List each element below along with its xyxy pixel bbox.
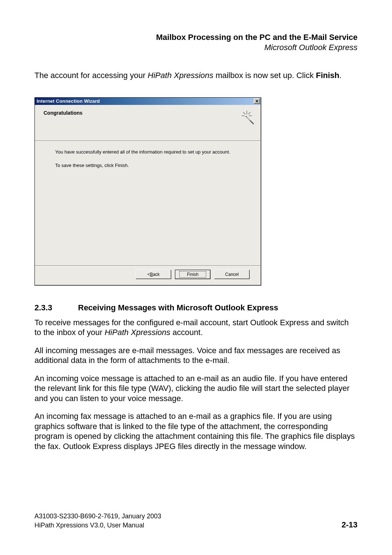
- section-heading: 2.3.3 Receiving Messages with Microsoft …: [34, 303, 358, 313]
- dialog-titlebar: Internet Connection Wizard ✕: [35, 98, 261, 105]
- svg-line-4: [248, 112, 250, 114]
- finish-button[interactable]: Finish: [175, 270, 211, 279]
- dialog-button-bar: < Back Finish Cancel: [35, 266, 261, 285]
- page-footer: A31003-S2330-B690-2-7619, January 2003 H…: [34, 512, 358, 530]
- section-para-2: All incoming messages are e-mail message…: [34, 346, 358, 366]
- dialog-body-line2: To save these settings, click Finish.: [55, 163, 252, 168]
- internet-connection-wizard-dialog: Internet Connection Wizard ✕ Congratulat…: [34, 97, 261, 286]
- svg-line-3: [243, 112, 245, 114]
- lead-italic: HiPath Xpressions: [148, 71, 213, 80]
- dialog-body-line1: You have successfully entered all of the…: [55, 149, 252, 155]
- section-title: Receiving Messages with Microsoft Outloo…: [78, 303, 278, 313]
- section-para-1: To receive messages for the configured e…: [34, 318, 358, 338]
- dialog-title: Internet Connection Wizard: [37, 98, 100, 104]
- section-para-3: An incoming voice message is attached to…: [34, 374, 358, 404]
- page-header-title: Mailbox Processing on the PC and the E-M…: [34, 33, 358, 42]
- dialog-body: You have successfully entered all of the…: [35, 141, 261, 265]
- p1-post: account.: [170, 328, 203, 337]
- footer-line-2: HiPath Xpressions V3.0, User Manual: [34, 521, 144, 530]
- lead-paragraph: The account for accessing your HiPath Xp…: [34, 70, 358, 81]
- page-header-subtitle: Microsoft Outlook Express: [34, 43, 358, 52]
- dialog-heading: Congratulations: [44, 110, 82, 116]
- close-button[interactable]: ✕: [254, 98, 260, 104]
- close-icon: ✕: [255, 99, 259, 103]
- p1-italic: HiPath Xpressions: [105, 328, 170, 337]
- wand-sparkle-icon: [239, 110, 255, 126]
- back-button-underline: B: [150, 272, 153, 277]
- finish-button-label: Finish: [179, 271, 206, 278]
- lead-pre: The account for accessing your: [34, 71, 148, 80]
- back-button-pre: <: [147, 272, 150, 277]
- back-button-post: ack: [153, 272, 160, 277]
- svg-line-6: [247, 117, 250, 120]
- footer-line-1: A31003-S2330-B690-2-7619, January 2003: [34, 512, 358, 521]
- lead-post: .: [339, 71, 342, 80]
- section-number: 2.3.3: [34, 303, 78, 313]
- lead-mid: mailbox is now set up. Click: [213, 71, 316, 80]
- lead-bold: Finish: [316, 71, 339, 80]
- cancel-button[interactable]: Cancel: [214, 270, 250, 279]
- section-para-4: An incoming fax message is attached to a…: [34, 411, 358, 451]
- back-button[interactable]: < Back: [136, 270, 171, 279]
- cancel-button-label: Cancel: [225, 272, 238, 277]
- page-number: 2-13: [342, 520, 358, 530]
